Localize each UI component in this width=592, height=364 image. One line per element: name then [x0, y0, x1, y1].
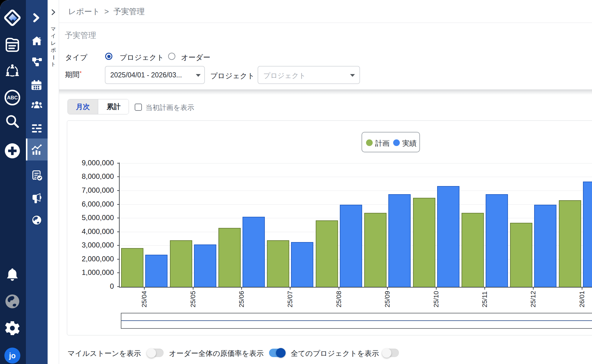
- svg-text:jo: jo: [9, 351, 16, 360]
- svg-text:ABC: ABC: [7, 95, 18, 100]
